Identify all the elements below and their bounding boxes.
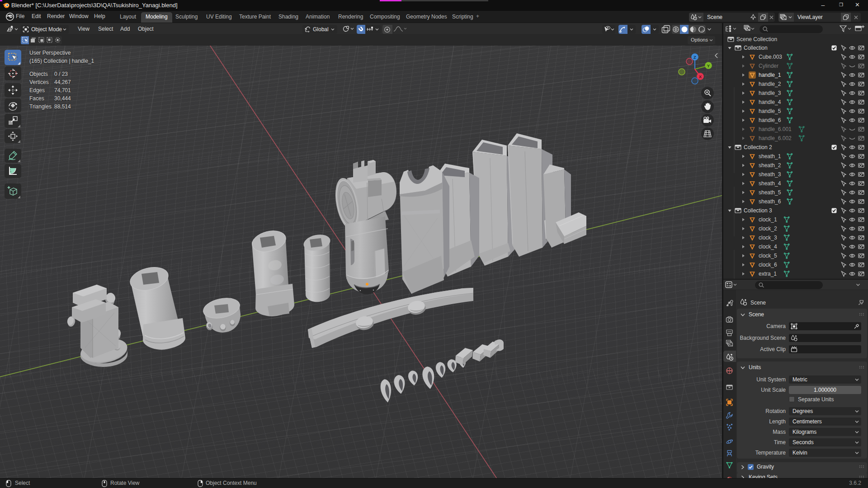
svg-text:handle_1: handle_1 — [759, 72, 781, 78]
svg-text:X: X — [699, 74, 702, 79]
svg-text:handle_2: handle_2 — [759, 81, 781, 87]
svg-text:Cylinder: Cylinder — [759, 63, 778, 69]
svg-text:sheath_1: sheath_1 — [759, 153, 781, 160]
svg-text:clock_1: clock_1 — [759, 216, 777, 223]
svg-text:sheath_2: sheath_2 — [759, 162, 781, 169]
svg-text:Cube.003: Cube.003 — [759, 54, 782, 60]
svg-text:handle_6.002: handle_6.002 — [759, 135, 792, 141]
svg-text:clock_4: clock_4 — [759, 244, 777, 250]
svg-text:handle_6: handle_6 — [759, 117, 781, 123]
svg-text:sheath_3: sheath_3 — [759, 171, 781, 178]
svg-text:sheath_5: sheath_5 — [759, 189, 781, 196]
svg-text:handle_3: handle_3 — [759, 90, 781, 96]
svg-text:clock_5: clock_5 — [759, 253, 777, 259]
svg-text:Collection 3: Collection 3 — [744, 207, 772, 214]
svg-text:Scene Collection: Scene Collection — [736, 36, 777, 42]
svg-text:Y: Y — [707, 63, 710, 68]
svg-text:handle_6.001: handle_6.001 — [759, 126, 792, 132]
svg-text:Collection 2: Collection 2 — [744, 144, 772, 150]
svg-text:Collection: Collection — [744, 45, 768, 51]
svg-text:handle_4: handle_4 — [759, 99, 781, 105]
svg-text:sheath_6: sheath_6 — [759, 198, 781, 205]
svg-text:Z: Z — [693, 55, 696, 60]
svg-text:handle_5: handle_5 — [759, 108, 781, 114]
svg-text:extra_1: extra_1 — [759, 271, 777, 277]
svg-text:clock_6: clock_6 — [759, 262, 777, 268]
svg-text:sheath_4: sheath_4 — [759, 180, 781, 187]
svg-text:clock_2: clock_2 — [759, 225, 777, 232]
svg-text:clock_3: clock_3 — [759, 235, 777, 241]
